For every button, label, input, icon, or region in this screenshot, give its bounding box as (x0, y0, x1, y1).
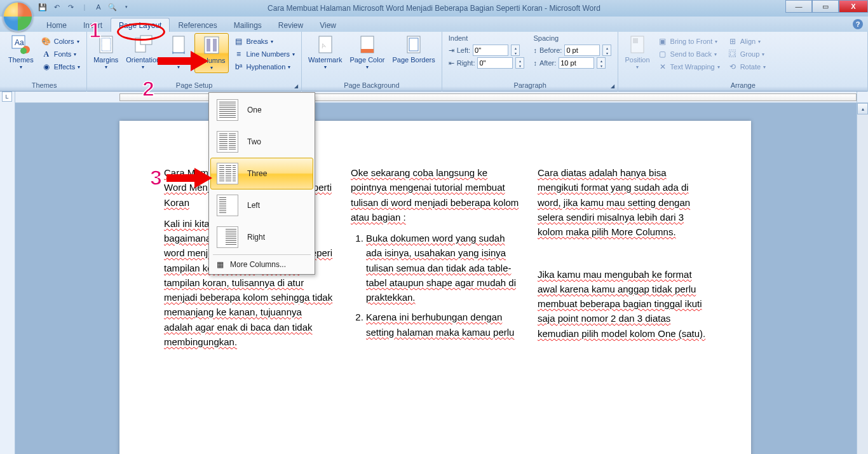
tab-insert[interactable]: Insert (75, 18, 111, 32)
tab-mailings[interactable]: Mailings (226, 18, 270, 32)
doc-list-item: Karena ini berhubungan dengan setting ha… (366, 310, 520, 340)
vertical-ruler: L (0, 92, 15, 454)
group-paragraph-label: Paragraph◢ (446, 81, 614, 92)
indent-left-spinner[interactable]: ▴▾ (511, 45, 520, 56)
minimize-button[interactable]: — (785, 0, 812, 13)
themes-label: Themes (8, 56, 34, 64)
indent-label: Indent (449, 34, 525, 42)
qat-sep1: | (79, 1, 90, 13)
tab-references[interactable]: References (170, 18, 225, 32)
more-columns-option[interactable]: ▦More Columns... (210, 256, 313, 273)
tab-review[interactable]: Review (270, 18, 311, 32)
columns-option-two[interactable]: Two (210, 126, 313, 158)
spacing-after-spinner[interactable]: ▴▾ (597, 57, 606, 69)
three-column-icon (217, 163, 238, 184)
columns-option-left[interactable]: Left (210, 189, 313, 221)
svg-rect-11 (213, 39, 217, 52)
svg-point-3 (20, 48, 27, 54)
text-wrapping-button: ✕Text Wrapping▾ (655, 61, 722, 72)
svg-rect-19 (633, 38, 638, 43)
window-title: Cara Membuat Halaman Microsoft Word Menj… (268, 4, 600, 13)
qat-custom-icon[interactable]: A (93, 1, 104, 13)
spacing-label: Spacing (533, 34, 611, 42)
columns-dropdown: One Two Three Left Right ▦More Columns..… (208, 92, 315, 275)
qat-customize-icon[interactable]: ▾ (121, 1, 132, 13)
qat-preview-icon[interactable]: 🔍 (107, 1, 118, 13)
colors-button[interactable]: 🎨Colors▾ (39, 36, 83, 47)
page-setup-dialog-icon[interactable]: ◢ (292, 83, 300, 91)
office-button[interactable] (3, 1, 33, 32)
size-button[interactable]: Size▾ (165, 33, 192, 72)
qat-redo-icon[interactable]: ↷ (65, 1, 76, 13)
align-button: ⊞Align▾ (725, 36, 768, 47)
group-button: ⿴Group▾ (725, 48, 768, 60)
help-icon[interactable]: ? (853, 19, 863, 29)
left-column-icon (217, 195, 238, 216)
hyphenation-button[interactable]: bªHyphenation▾ (231, 61, 297, 72)
fonts-button[interactable]: AFonts▾ (39, 48, 83, 60)
dropdown-separator (213, 254, 311, 255)
group-page-bg-label: Page Background (306, 81, 438, 92)
indent-left-input[interactable] (473, 45, 508, 56)
right-column-icon (217, 226, 238, 248)
margins-button[interactable]: Margins▾ (91, 33, 121, 72)
horizontal-ruler[interactable] (15, 92, 857, 103)
indent-right-spinner[interactable]: ▴▾ (515, 57, 524, 69)
close-button[interactable]: X (839, 0, 868, 13)
svg-rect-10 (207, 39, 210, 52)
bring-to-front-button: ▣Bring to Front▾ (655, 36, 722, 47)
send-to-back-button: ▢Send to Back▾ (655, 48, 722, 60)
doc-paragraph: Jika kamu mau mengubah ke format awal ka… (538, 267, 707, 341)
spacing-before-spinner[interactable]: ▴▾ (602, 45, 611, 56)
paragraph-dialog-icon[interactable]: ◢ (609, 83, 616, 91)
doc-paragraph: Oke sekarang coba langsung ke pointnya m… (351, 165, 520, 224)
doc-list-item: Buka dokumen word yang sudah ada isinya,… (366, 231, 520, 305)
page-borders-button[interactable]: Page Borders (390, 33, 437, 65)
breaks-button[interactable]: ▤Breaks▾ (231, 36, 297, 47)
svg-rect-7 (140, 36, 152, 45)
doc-paragraph: Cara diatas adalah hanya bisa mengikuti … (538, 165, 707, 239)
maximize-button[interactable]: ▭ (812, 0, 839, 13)
tab-view[interactable]: View (311, 18, 344, 32)
qat-undo-icon[interactable]: ↶ (51, 1, 62, 13)
indent-right-icon: ⇤ (449, 59, 454, 67)
two-column-icon (217, 131, 238, 153)
position-button[interactable]: Position▾ (622, 33, 652, 72)
one-column-icon (217, 99, 238, 121)
themes-button[interactable]: Aa Themes▾ (6, 33, 36, 72)
spacing-after-input[interactable] (559, 57, 594, 69)
tab-page-layout[interactable]: Page Layout (111, 18, 170, 32)
columns-option-one[interactable]: One (210, 94, 313, 126)
svg-rect-15 (361, 49, 374, 53)
ruler-toggle-button[interactable] (857, 92, 868, 103)
page-color-button[interactable]: Page Color▾ (347, 33, 387, 72)
columns-option-three[interactable]: Three (210, 158, 313, 189)
orientation-button[interactable]: Orientation▾ (123, 33, 163, 72)
svg-rect-8 (173, 36, 184, 53)
rotate-button: ⟲Rotate▾ (725, 61, 768, 72)
scroll-up-button[interactable]: ▴ (857, 103, 868, 114)
spacing-before-icon: ↕ (533, 46, 537, 54)
svg-text:Aa: Aa (15, 38, 24, 47)
tab-selector-button[interactable]: L (2, 92, 12, 102)
columns-option-right[interactable]: Right (210, 221, 313, 253)
indent-right-input[interactable] (477, 57, 513, 69)
line-numbers-button[interactable]: ≡Line Numbers▾ (231, 48, 297, 60)
columns-button[interactable]: Columns▾ (194, 33, 228, 73)
group-themes-label: Themes (6, 81, 83, 92)
group-page-setup-label: Page Setup◢ (91, 81, 297, 92)
more-columns-icon: ▦ (217, 260, 224, 269)
vertical-scrollbar[interactable]: ▴ (857, 103, 868, 454)
spacing-before-input[interactable] (564, 45, 600, 56)
tab-home[interactable]: Home (38, 18, 75, 32)
spacing-after-icon: ↕ (533, 59, 537, 67)
watermark-button[interactable]: AWatermark▾ (306, 33, 344, 72)
indent-left-icon: ⇥ (449, 46, 454, 55)
effects-button[interactable]: ◉Effects▾ (39, 61, 83, 72)
qat-save-icon[interactable]: 💾 (37, 1, 48, 13)
group-arrange-label: Arrange (622, 81, 864, 92)
